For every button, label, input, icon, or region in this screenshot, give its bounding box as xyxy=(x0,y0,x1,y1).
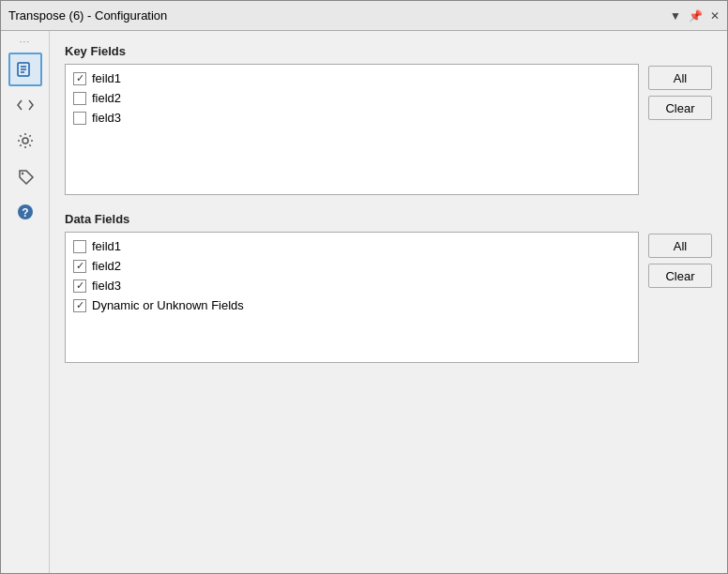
data-field-checkbox-1[interactable] xyxy=(73,260,86,273)
list-item: feild1 xyxy=(73,238,630,254)
title-bar: Transpose (6) - Configuration ▼ 📌 ✕ xyxy=(1,1,727,31)
key-field-checkbox-0[interactable] xyxy=(73,72,86,85)
help-icon: ? xyxy=(16,203,35,221)
list-item: field2 xyxy=(73,258,630,274)
data-fields-section: Data Fields feild1 field2 fi xyxy=(65,212,712,363)
main-content: Key Fields feild1 field2 xyxy=(50,31,727,573)
code-icon xyxy=(16,96,35,114)
key-field-name-1: field2 xyxy=(92,91,121,105)
title-controls: ▼ 📌 ✕ xyxy=(670,9,720,23)
key-fields-clear-button[interactable]: Clear xyxy=(648,96,712,120)
data-fields-buttons: All Clear xyxy=(648,232,712,288)
data-field-checkbox-2[interactable] xyxy=(73,279,86,293)
list-item: field2 xyxy=(73,90,630,106)
sidebar-dots: ··· xyxy=(20,37,30,47)
svg-point-4 xyxy=(23,138,28,144)
data-field-name-0: feild1 xyxy=(92,239,121,253)
sidebar-item-code[interactable] xyxy=(8,88,42,122)
key-field-name-2: field3 xyxy=(92,111,121,125)
svg-point-5 xyxy=(21,173,23,174)
sidebar-item-tag[interactable] xyxy=(8,159,42,193)
key-fields-section: Key Fields feild1 field2 xyxy=(65,44,712,195)
sidebar-item-help[interactable]: ? xyxy=(8,195,42,229)
sidebar-item-tool[interactable] xyxy=(8,53,42,86)
data-fields-all-button[interactable]: All xyxy=(648,234,712,258)
dropdown-icon[interactable]: ▼ xyxy=(670,9,681,23)
key-field-checkbox-1[interactable] xyxy=(73,92,86,105)
data-field-name-2: field3 xyxy=(92,279,121,293)
list-item: Dynamic or Unknown Fields xyxy=(73,297,630,313)
main-window: Transpose (6) - Configuration ▼ 📌 ✕ ··· xyxy=(0,0,728,574)
key-fields-buttons: All Clear xyxy=(648,64,712,120)
data-field-name-1: field2 xyxy=(92,259,121,273)
data-fields-clear-button[interactable]: Clear xyxy=(648,264,712,288)
data-field-checkbox-3[interactable] xyxy=(73,299,86,312)
sidebar-item-settings[interactable] xyxy=(8,124,42,158)
data-field-name-3: Dynamic or Unknown Fields xyxy=(92,298,244,312)
key-fields-label: Key Fields xyxy=(65,44,712,58)
data-fields-list: feild1 field2 field3 Dynamic or Unk xyxy=(65,232,639,363)
svg-text:?: ? xyxy=(22,206,28,219)
pin-icon[interactable]: 📌 xyxy=(689,9,703,23)
key-field-checkbox-2[interactable] xyxy=(73,112,86,125)
tool-icon xyxy=(16,60,35,79)
tag-icon xyxy=(16,167,35,186)
list-item: field3 xyxy=(73,278,630,294)
data-fields-label: Data Fields xyxy=(65,212,712,226)
list-item: field3 xyxy=(73,110,630,126)
list-item: feild1 xyxy=(73,70,630,86)
sidebar: ··· xyxy=(1,31,50,573)
settings-icon xyxy=(16,131,35,150)
key-field-name-0: feild1 xyxy=(92,71,121,85)
key-fields-all-button[interactable]: All xyxy=(648,66,712,90)
window-body: ··· xyxy=(1,31,727,573)
data-field-checkbox-0[interactable] xyxy=(73,240,86,253)
close-icon[interactable]: ✕ xyxy=(710,9,720,23)
key-fields-list: feild1 field2 field3 xyxy=(65,64,639,195)
data-fields-body: feild1 field2 field3 Dynamic or Unk xyxy=(65,232,712,363)
window-title: Transpose (6) - Configuration xyxy=(8,8,167,23)
key-fields-body: feild1 field2 field3 All Clear xyxy=(65,64,712,195)
